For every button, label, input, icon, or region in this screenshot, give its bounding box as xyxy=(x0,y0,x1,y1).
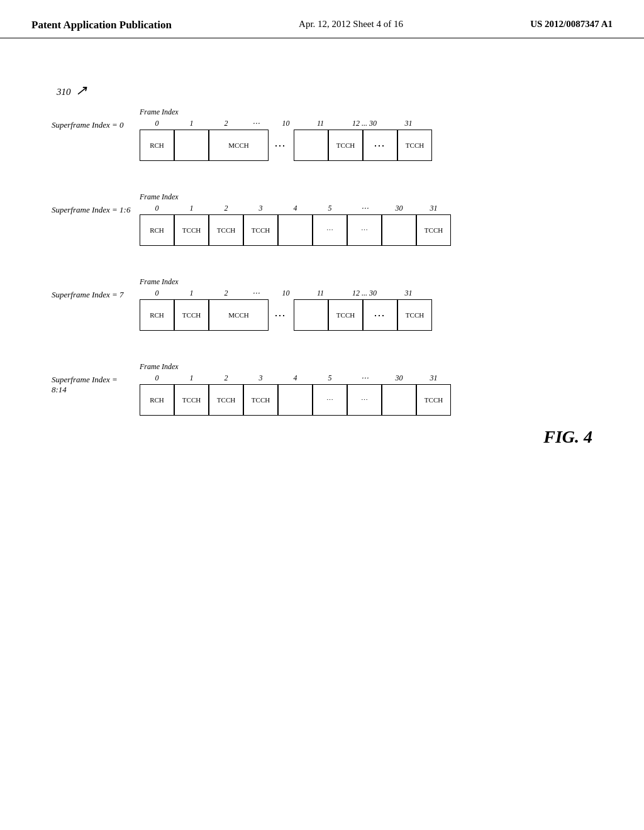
sf7-diagram: Frame Index 0 1 2 ⋯ 10 11 12 ... 30 31 R… xyxy=(140,277,432,331)
sf7-channels: RCH TCCH MCCH ⋯ TCCH ⋯ TCCH xyxy=(140,299,432,331)
sf8-channels: RCH TCCH TCCH TCCH ⋯ ⋯ TCCH xyxy=(140,384,451,416)
superframe-row-7: Superframe Index = 7 Frame Index 0 1 2 ⋯… xyxy=(52,277,592,331)
superframe-row-1-6: Superframe Index = 1:6 Frame Index 0 1 2… xyxy=(52,192,592,246)
sf8-diagram: Frame Index 0 1 2 3 4 5 ⋯ 30 31 RCH TCCH… xyxy=(140,362,451,416)
sf-label-8-14: Superframe Index =8:14 xyxy=(52,362,140,395)
rch-7: RCH xyxy=(140,299,174,331)
sf-label-1-6: Superframe Index = 1:6 xyxy=(52,192,140,215)
tcch-8-3: TCCH xyxy=(243,384,278,416)
page-header: Patent Application Publication Apr. 12, … xyxy=(0,0,644,38)
sf1-diagram: Frame Index 0 1 2 3 4 5 ⋯ 30 31 RCH TCCH… xyxy=(140,192,451,246)
sf8-index-row: 0 1 2 3 4 5 ⋯ 30 31 xyxy=(140,374,451,383)
diagram-label: 310 ↗ xyxy=(57,82,87,99)
tcch-b2: TCCH xyxy=(209,214,243,246)
tcch-b8: TCCH xyxy=(416,214,451,246)
empty-b7 xyxy=(382,214,416,246)
rch-cell: RCH xyxy=(140,130,174,161)
tcch-cell-31: TCCH xyxy=(397,130,432,161)
diagram-container: Superframe Index = 0 Frame Index 0 1 2 ⋯… xyxy=(52,108,592,416)
publication-title: Patent Application Publication xyxy=(31,19,172,31)
empty-1 xyxy=(294,130,328,161)
tcch-7-1: TCCH xyxy=(174,299,209,331)
empty-8-7 xyxy=(382,384,416,416)
fig-label: FIG. 4 xyxy=(543,427,592,447)
sf7-index-row: 0 1 2 ⋯ 10 11 12 ... 30 31 xyxy=(140,289,432,298)
empty-7 xyxy=(294,299,328,331)
dots-b6: ⋯ xyxy=(347,214,382,246)
dots-8-5: ⋯ xyxy=(313,384,347,416)
sf0-diagram: Frame Index 0 1 2 ⋯ 10 11 12 ... 30 31 R… xyxy=(140,108,432,161)
main-content: 310 ↗ Superframe Index = 0 Frame Index 0… xyxy=(0,38,644,472)
empty-8-4 xyxy=(278,384,313,416)
mcch-cell: MCCH xyxy=(209,130,269,161)
empty-b4 xyxy=(278,214,313,246)
tcch-b3: TCCH xyxy=(243,214,278,246)
tcch-8-8: TCCH xyxy=(416,384,451,416)
superframe-row-0: Superframe Index = 0 Frame Index 0 1 2 ⋯… xyxy=(52,108,592,161)
sf0-channels: RCH MCCH ⋯ TCCH ⋯ TCCH xyxy=(140,130,432,161)
sf1-channels: RCH TCCH TCCH TCCH ⋯ ⋯ TCCH xyxy=(140,214,451,246)
sf-label-7: Superframe Index = 7 xyxy=(52,277,140,300)
dots-7-2: ⋯ xyxy=(363,299,397,331)
sf-label-0: Superframe Index = 0 xyxy=(52,108,140,130)
tcch-b1: TCCH xyxy=(174,214,209,246)
superframe-row-8-14: Superframe Index =8:14 Frame Index 0 1 2… xyxy=(52,362,592,416)
tcch-7-31: TCCH xyxy=(397,299,432,331)
dots-b5: ⋯ xyxy=(313,214,347,246)
mcch-7: MCCH xyxy=(209,299,269,331)
tcch-8-1: TCCH xyxy=(174,384,209,416)
sheet-info: Apr. 12, 2012 Sheet 4 of 16 xyxy=(299,19,403,30)
sf0-index-row: 0 1 2 ⋯ 10 11 12 ... 30 31 xyxy=(140,119,432,128)
rch-8: RCH xyxy=(140,384,174,416)
dots-2: ⋯ xyxy=(363,130,397,161)
sf1-index-row: 0 1 2 3 4 5 ⋯ 30 31 xyxy=(140,204,451,213)
tcch-cell-11: TCCH xyxy=(328,130,363,161)
patent-number: US 2012/0087347 A1 xyxy=(530,19,613,30)
dots-7-1: ⋯ xyxy=(269,299,294,331)
tcch-cell-1 xyxy=(174,130,209,161)
tcch-8-2: TCCH xyxy=(209,384,243,416)
rch-cell-b: RCH xyxy=(140,214,174,246)
dots-1: ⋯ xyxy=(269,130,294,161)
dots-8-6: ⋯ xyxy=(347,384,382,416)
tcch-7-11: TCCH xyxy=(328,299,363,331)
